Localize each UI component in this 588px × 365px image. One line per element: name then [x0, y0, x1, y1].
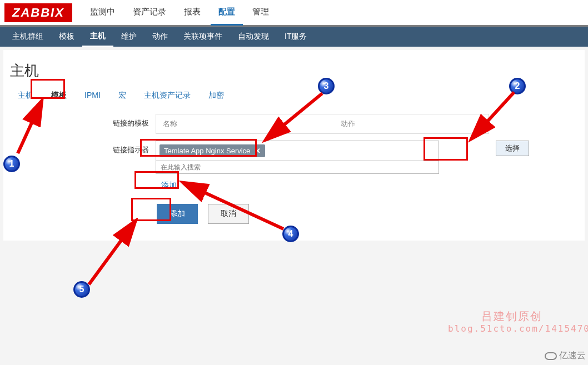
tab-encryption[interactable]: 加密 — [201, 87, 232, 104]
host-tabs: 主机 模板 IPMI 宏 主机资产记录 加密 — [10, 87, 578, 104]
button-row: 添加 取消 — [157, 204, 578, 224]
tab-macros[interactable]: 宏 — [111, 87, 134, 104]
subnav-correlation[interactable]: 关联项事件 — [176, 27, 230, 46]
tag-label: Temlate App Nginx Service — [164, 147, 250, 155]
top-nav: 监测中 资产记录 报表 配置 管理 — [82, 0, 277, 26]
zabbix-logo[interactable]: ZABBIX — [4, 3, 72, 22]
subnav-actions[interactable]: 动作 — [144, 27, 176, 46]
submit-add-button[interactable]: 添加 — [157, 204, 198, 224]
topnav-config[interactable]: 配置 — [211, 0, 243, 26]
cancel-button[interactable]: 取消 — [208, 204, 249, 224]
linked-templates-row: 链接的模板 名称 动作 — [99, 114, 578, 134]
add-template-link[interactable]: 添加 — [156, 177, 182, 194]
brand-text: 亿速云 — [559, 350, 586, 362]
topnav-admin[interactable]: 管理 — [245, 0, 277, 24]
tab-template[interactable]: 模板 — [43, 87, 74, 104]
topnav-reports[interactable]: 报表 — [176, 0, 208, 24]
topnav-inventory[interactable]: 资产记录 — [125, 0, 174, 24]
subnav-templates[interactable]: 模板 — [51, 27, 82, 46]
col-name: 名称 — [156, 114, 334, 133]
linked-templates-table: 名称 动作 — [156, 114, 489, 134]
remove-tag-icon[interactable]: ✕ — [255, 147, 261, 155]
tab-host[interactable]: 主机 — [10, 87, 41, 104]
link-indicator-row: 链接指示器 Temlate App Nginx Service ✕ 添加 — [99, 141, 578, 194]
linked-templates-label: 链接的模板 — [99, 114, 149, 128]
template-search-input[interactable] — [156, 161, 439, 174]
watermark-author: 吕建钊原创 — [481, 309, 542, 324]
watermark-blog: blog.51cto.com/14154700 — [448, 323, 588, 334]
content-panel: 主机 主机 模板 IPMI 宏 主机资产记录 加密 链接的模板 名称 动作 链接… — [3, 50, 585, 241]
subnav-itservices[interactable]: IT服务 — [277, 27, 315, 46]
col-action: 动作 — [334, 114, 362, 133]
template-multiselect[interactable]: Temlate App Nginx Service ✕ — [156, 141, 439, 161]
annotation-badge-5: 5 — [73, 281, 90, 298]
sub-nav-bar: 主机群组 模板 主机 维护 动作 关联项事件 自动发现 IT服务 — [0, 27, 588, 47]
tab-ipmi[interactable]: IPMI — [77, 87, 108, 104]
top-bar: ZABBIX 监测中 资产记录 报表 配置 管理 — [0, 0, 588, 27]
link-indicator-label: 链接指示器 — [99, 141, 149, 155]
tab-inventory[interactable]: 主机资产记录 — [136, 87, 198, 104]
page-title: 主机 — [10, 57, 578, 87]
topnav-monitoring[interactable]: 监测中 — [82, 0, 123, 24]
subnav-hostgroups[interactable]: 主机群组 — [4, 27, 51, 46]
subnav-hosts[interactable]: 主机 — [82, 27, 113, 47]
indicator-container: Temlate App Nginx Service ✕ 添加 — [156, 141, 489, 194]
selected-template-tag[interactable]: Temlate App Nginx Service ✕ — [160, 144, 265, 157]
template-form: 链接的模板 名称 动作 链接指示器 Temlate App Nginx Serv… — [10, 114, 578, 224]
watermark-brand: 亿速云 — [545, 350, 586, 362]
subnav-maintenance[interactable]: 维护 — [113, 27, 144, 46]
select-button[interactable]: 选择 — [496, 141, 529, 156]
cloud-icon — [545, 352, 557, 360]
subnav-discovery[interactable]: 自动发现 — [230, 27, 277, 46]
